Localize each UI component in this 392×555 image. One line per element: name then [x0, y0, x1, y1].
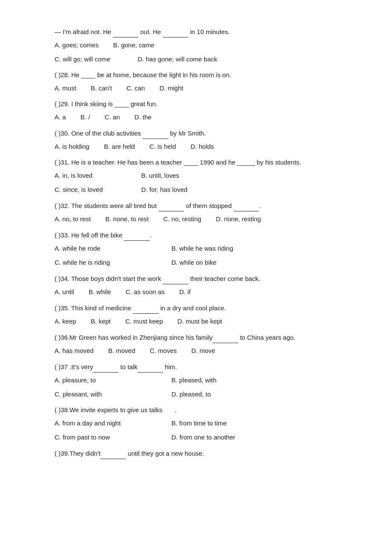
question-31: ( )31. He is a teacher. He has been a te… [55, 156, 337, 195]
option-c: C. will go; will come [55, 53, 110, 65]
option-a: A. in, is loved [55, 170, 92, 181]
option-d: D. must be kept [177, 315, 222, 327]
option-d: D. while on bike [171, 257, 216, 268]
question-29: ( )29. I think skiing is ____ great fun.… [55, 98, 337, 123]
option-c: C. moves [150, 345, 176, 356]
options-row-2: C. will go; will come D. has gone; will … [55, 53, 337, 65]
option-a: A. keep [55, 315, 76, 327]
option-a: A. until [55, 286, 74, 298]
question-38: ( )38.We invite experts to give us talks… [55, 404, 337, 443]
options-row: A. a B. / C. an D. the [55, 111, 337, 123]
options-row: A. from a day and night B. from time to … [55, 417, 337, 429]
option-c: C. as soon as [126, 286, 165, 298]
option-c: C. can [127, 82, 145, 94]
question-28-text: ( )28. He ____ be at home, because the l… [55, 69, 337, 81]
option-b: B. until, loves [141, 170, 179, 181]
option-b: B. while he was riding [171, 243, 233, 254]
options-row-2: C. while he is riding D. while on bike [55, 257, 337, 268]
option-a: A. pleasure, to [55, 374, 140, 386]
options-row: A. keep B. kept C. must keep D. must be … [55, 315, 337, 327]
option-c: C. pleasant, with [55, 388, 140, 400]
options-row-2: C. since, is loved D. for, has loved [55, 184, 337, 195]
options-row-2: C. pleasant, with D. pleased, to [55, 388, 337, 400]
question-38-text: ( )38.We invite experts to give us talks… [55, 404, 337, 416]
option-c: C. an [105, 111, 120, 123]
question-33-text: ( )33. He fell off the bike . [55, 229, 337, 241]
question-39: ( )39.They didn't until they got a new h… [55, 447, 337, 459]
option-c: C. since, is loved [55, 184, 103, 195]
options-row: A. must B. can't C. can D. might [55, 82, 337, 94]
option-d: D. pleased, to [171, 388, 211, 400]
options-row: A. until B. while C. as soon as D. if [55, 286, 337, 298]
question-34-text: ( )34. Those boys didn't start the work … [55, 272, 337, 284]
question-intro: — I'm afraid not. He out. He in 10 minut… [55, 26, 337, 65]
question-37: ( )37 .It's very to talk him. A. pleasur… [55, 361, 337, 400]
option-d: D. for, has loved [141, 184, 187, 195]
question-30-text: ( )30. One of the club activities by Mr … [55, 127, 337, 139]
option-d: D. from one to another [171, 431, 235, 443]
option-b: B. pleased, with [171, 374, 216, 386]
options-row: A. while he rode B. while he was riding [55, 243, 337, 254]
question-36-text: ( )36.Mr Green has worked in Zhenjiang s… [55, 331, 337, 343]
question-35-text: ( )35. This kind of medicine in a dry an… [55, 302, 337, 314]
option-a: A. goes; comes [55, 39, 98, 51]
option-a: A. has moved [55, 345, 94, 356]
question-28: ( )28. He ____ be at home, because the l… [55, 69, 337, 94]
option-a: A. must [55, 82, 76, 94]
option-a: A. no, to rest [55, 213, 91, 225]
options-row: A. is holding B. are held C. is held D. … [55, 141, 337, 152]
question-intro-text: — I'm afraid not. He out. He in 10 minut… [55, 26, 337, 38]
option-d: D. might [159, 82, 183, 94]
question-37-text: ( )37 .It's very to talk him. [55, 361, 337, 373]
question-32-text: ( )32. The students were all tired but o… [55, 199, 337, 211]
option-d: D. if [179, 286, 191, 298]
option-b: B. gone; came [113, 39, 155, 51]
question-35: ( )35. This kind of medicine in a dry an… [55, 302, 337, 327]
option-c: C. from past to now [55, 431, 148, 443]
option-a: A. is holding [55, 141, 89, 152]
option-c: C. no, resting [163, 213, 201, 225]
options-row: A. no, to rest B. none, to rest C. no, r… [55, 213, 337, 225]
option-c: C. must keep [125, 315, 163, 327]
option-a: A. from a day and night [55, 417, 148, 429]
option-b: B. are held [104, 141, 135, 152]
option-d: D. move [191, 345, 215, 356]
option-a: A. a [55, 111, 66, 123]
options-row: A. in, is loved B. until, loves [55, 170, 337, 181]
option-c: C. is held [150, 141, 176, 152]
option-b: B. none, to rest [105, 213, 149, 225]
question-29-text: ( )29. I think skiing is ____ great fun. [55, 98, 337, 110]
question-31-text: ( )31. He is a teacher. He has been a te… [55, 156, 337, 168]
option-a: A. while he rode [55, 243, 131, 254]
option-d: D. the [135, 111, 152, 123]
option-b: B. while [89, 286, 111, 298]
question-33: ( )33. He fell off the bike . A. while h… [55, 229, 337, 268]
option-b: B. moved [108, 345, 135, 356]
question-30: ( )30. One of the club activities by Mr … [55, 127, 337, 152]
options-row: A. goes; comes B. gone; came [55, 39, 337, 51]
option-b: B. from time to time [171, 417, 227, 429]
option-b: B. kept [91, 315, 111, 327]
option-b: B. / [81, 111, 90, 123]
option-d: D. has gone; will come back [138, 53, 217, 65]
option-d: D. none, resting [216, 213, 261, 225]
option-c: C. while he is riding [55, 257, 131, 268]
options-row-2: C. from past to now D. from one to anoth… [55, 431, 337, 443]
options-row: A. has moved B. moved C. moves D. move [55, 345, 337, 356]
question-39-text: ( )39.They didn't until they got a new h… [55, 447, 337, 459]
question-36: ( )36.Mr Green has worked in Zhenjiang s… [55, 331, 337, 356]
option-b: B. can't [91, 82, 112, 94]
question-32: ( )32. The students were all tired but o… [55, 199, 337, 225]
option-d: D. holds [190, 141, 214, 152]
worksheet: — I'm afraid not. He out. He in 10 minut… [55, 26, 337, 459]
question-34: ( )34. Those boys didn't start the work … [55, 272, 337, 298]
options-row: A. pleasure, to B. pleased, with [55, 374, 337, 386]
